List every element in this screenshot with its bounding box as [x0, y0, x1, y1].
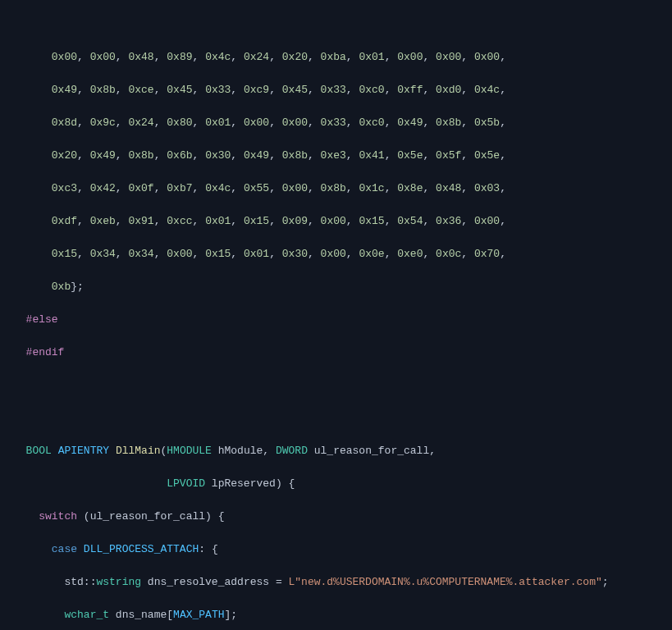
code-line: wchar_t dns_name[MAX_PATH];: [13, 607, 672, 623]
code-line: 0x49, 0x8b, 0xce, 0x45, 0x33, 0xc9, 0x45…: [13, 82, 672, 98]
blank-line: [13, 410, 672, 427]
hex-byte: 0x00: [52, 51, 77, 63]
code-line: 0xdf, 0xeb, 0x91, 0xcc, 0x01, 0x15, 0x09…: [13, 213, 672, 230]
code-line: std::wstring dns_resolve_address = L"new…: [13, 574, 672, 591]
preproc-endif: #endif: [13, 345, 672, 361]
code-line: 0xb};: [13, 279, 672, 295]
fn-signature-2: LPVOID lpReserved) {: [13, 476, 672, 492]
case-line: case DLL_PROCESS_ATTACH: {: [13, 541, 672, 558]
blank-line: [13, 377, 672, 394]
code-line: 0x15, 0x34, 0x34, 0x00, 0x15, 0x01, 0x30…: [13, 246, 672, 262]
switch-line: switch (ul_reason_for_call) {: [13, 509, 672, 525]
code-line: 0x20, 0x49, 0x8b, 0x6b, 0x30, 0x49, 0x8b…: [13, 148, 672, 164]
code-line: 0xc3, 0x42, 0x0f, 0xb7, 0x4c, 0x55, 0x00…: [13, 180, 672, 197]
preproc-else: #else: [13, 312, 672, 328]
code-line: 0x00, 0x00, 0x48, 0x89, 0x4c, 0x24, 0x20…: [13, 49, 672, 66]
code-editor-viewport[interactable]: 0x00, 0x00, 0x48, 0x89, 0x4c, 0x24, 0x20…: [0, 0, 672, 630]
code-line: 0x8d, 0x9c, 0x24, 0x80, 0x01, 0x00, 0x00…: [13, 115, 672, 131]
fn-signature: BOOL APIENTRY DllMain(HMODULE hModule, D…: [13, 443, 672, 459]
